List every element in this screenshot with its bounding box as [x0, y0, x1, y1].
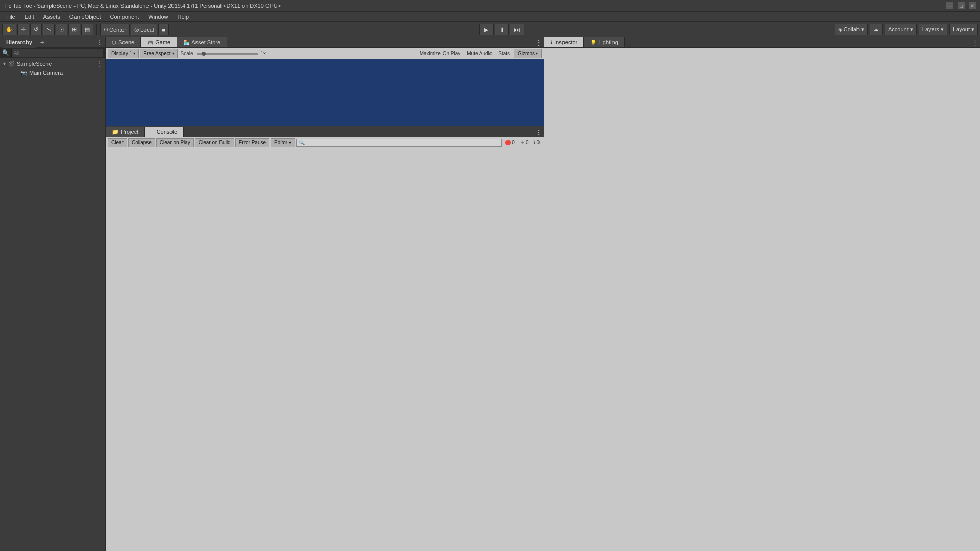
scale-label: Scale — [179, 51, 195, 56]
collab-label: Collab ▾ — [844, 26, 864, 33]
editor-dropdown[interactable]: Editor ▾ — [271, 138, 295, 147]
asset-store-tab-label: Asset Store — [191, 39, 220, 45]
display-button[interactable]: Display 1 ▾ — [108, 49, 139, 58]
tool-extra[interactable]: ▤ — [81, 24, 93, 35]
extra-toggle[interactable]: ■ — [158, 24, 169, 35]
game-tab-label: Game — [155, 39, 170, 45]
hierarchy-add-button[interactable]: + — [38, 38, 46, 46]
layers-button[interactable]: Layers ▾ — [919, 24, 947, 35]
hierarchy-more-button[interactable]: ⋮ — [95, 38, 103, 46]
step-button[interactable]: ⏭ — [510, 24, 524, 35]
bottom-tabs: 📁 Project ≡ Console ⋮ — [106, 126, 544, 137]
scale-value: 1x — [259, 51, 268, 56]
play-button[interactable]: ▶ — [479, 24, 494, 35]
tab-console[interactable]: ≡ Console — [145, 127, 184, 137]
pivot-button[interactable]: ⊙ Center — [100, 24, 130, 35]
gizmos-button[interactable]: Gizmos ▾ — [514, 49, 542, 58]
menu-gameobject[interactable]: GameObject — [65, 13, 105, 20]
tab-scene[interactable]: ⬡ Scene — [106, 37, 141, 47]
coord-icon: ◎ — [134, 26, 139, 33]
console-tab-icon: ≡ — [151, 129, 154, 135]
hierarchy-tab-label: Hierarchy — [6, 39, 32, 45]
console-toolbar: Clear Collapse Clear on Play Clear on Bu… — [106, 137, 544, 148]
layout-button[interactable]: Layout ▾ — [949, 24, 978, 35]
hierarchy-item-maincamera[interactable]: 📷 Main Camera — [0, 68, 105, 78]
close-button[interactable]: ✕ — [969, 2, 976, 9]
bottom-tabs-more-button[interactable]: ⋮ — [533, 127, 544, 137]
window-title: Tic Tac Toe - SampleScene - PC, Mac & Li… — [4, 3, 281, 9]
menu-assets[interactable]: Assets — [39, 13, 64, 20]
coord-button[interactable]: ◎ Local — [131, 24, 157, 35]
clear-on-build-button[interactable]: Clear on Build — [195, 138, 234, 147]
search-icon: 🔍 — [2, 49, 9, 56]
camera-icon: 📷 — [20, 70, 28, 76]
tab-inspector[interactable]: ℹ Inspector — [544, 37, 584, 47]
tool-rotate[interactable]: ↺ — [30, 24, 42, 35]
error-pause-button[interactable]: Error Pause — [235, 138, 270, 147]
hierarchy-tab[interactable]: Hierarchy — [2, 37, 36, 48]
editor-label: Editor — [274, 140, 287, 145]
console-tab-label: Console — [157, 129, 177, 135]
tool-scale[interactable]: ⤡ — [43, 24, 55, 35]
tool-group: ✋ ✛ ↺ ⤡ ⊡ ⊞ ▤ — [2, 24, 93, 35]
maximize-on-play-button[interactable]: Maximize On Play — [418, 51, 463, 56]
layers-label: Layers ▾ — [922, 26, 944, 33]
game-tab-icon: 🎮 — [147, 40, 153, 45]
cloud-button[interactable]: ☁ — [870, 24, 883, 35]
scene-tab-label: Scene — [118, 39, 134, 45]
gizmos-label: Gizmos — [518, 51, 535, 56]
info-badge: ℹ 0 — [531, 140, 542, 145]
tool-hand[interactable]: ✋ — [2, 24, 16, 35]
inspector-panel: ℹ Inspector 💡 Lighting ⋮ — [544, 37, 980, 551]
warning-icon: ⚠ — [520, 140, 525, 145]
minimize-button[interactable]: ─ — [946, 2, 953, 9]
tab-asset-store[interactable]: 🏪 Asset Store — [177, 37, 227, 47]
tab-project[interactable]: 📁 Project — [106, 127, 145, 137]
tool-rect[interactable]: ⊡ — [56, 24, 67, 35]
scene-more-button[interactable]: ⋮ — [96, 60, 103, 68]
restore-button[interactable]: □ — [958, 2, 965, 9]
tool-transform[interactable]: ⊞ — [68, 24, 80, 35]
title-bar: Tic Tac Toe - SampleScene - PC, Mac & Li… — [0, 0, 980, 11]
inspector-more-button[interactable]: ⋮ — [970, 37, 980, 47]
view-tabs: ⬡ Scene 🎮 Game 🏪 Asset Store ⋮ — [106, 37, 544, 48]
tab-game[interactable]: 🎮 Game — [141, 37, 177, 47]
view-tabs-more-button[interactable]: ⋮ — [533, 37, 544, 47]
scene-tab-icon: ⬡ — [112, 40, 116, 45]
tab-lighting[interactable]: 💡 Lighting — [584, 37, 625, 47]
game-canvas — [106, 59, 544, 126]
hierarchy-search-bar: 🔍 — [0, 48, 105, 58]
collapse-button[interactable]: Collapse — [128, 138, 155, 147]
clear-on-play-button[interactable]: Clear on Play — [156, 138, 194, 147]
window-controls: ─ □ ✕ — [946, 2, 976, 9]
editor-arrow: ▾ — [289, 140, 291, 145]
collab-button[interactable]: ◈ Collab ▾ — [835, 24, 868, 35]
console-search-input[interactable] — [296, 139, 502, 147]
scale-slider[interactable] — [197, 53, 258, 55]
scene-icon: 🎬 — [8, 61, 15, 67]
menu-help[interactable]: Help — [173, 13, 193, 20]
hierarchy-item-samplescene[interactable]: ▼ 🎬 SampleScene ⋮ — [0, 59, 105, 68]
clear-button[interactable]: Clear — [108, 138, 127, 147]
error-icon: 🔴 — [505, 140, 511, 145]
tool-move[interactable]: ✛ — [17, 24, 29, 35]
mute-audio-button[interactable]: Mute Audio — [464, 51, 494, 56]
coord-label: Local — [140, 27, 154, 33]
menu-component[interactable]: Component — [106, 13, 143, 20]
hierarchy-panel: Hierarchy + ⋮ 🔍 ▼ 🎬 SampleScene ⋮ 📷 Main… — [0, 37, 106, 551]
menu-file[interactable]: File — [2, 13, 19, 20]
account-label: Account ▾ — [888, 26, 913, 33]
stats-button[interactable]: Stats — [496, 51, 512, 56]
pivot-label: Center — [109, 27, 126, 33]
scene-label: SampleScene — [17, 61, 52, 67]
aspect-button[interactable]: Free Aspect ▾ — [140, 49, 177, 58]
scale-slider-handle — [202, 52, 206, 56]
hierarchy-search-input[interactable] — [11, 49, 103, 57]
lighting-tab-icon: 💡 — [590, 40, 596, 45]
menu-edit[interactable]: Edit — [20, 13, 38, 20]
menu-window[interactable]: Window — [144, 13, 172, 20]
pause-button[interactable]: ⏸ — [495, 24, 509, 35]
account-button[interactable]: Account ▾ — [885, 24, 917, 35]
inspector-content — [544, 48, 980, 551]
layout-label: Layout ▾ — [953, 26, 974, 33]
